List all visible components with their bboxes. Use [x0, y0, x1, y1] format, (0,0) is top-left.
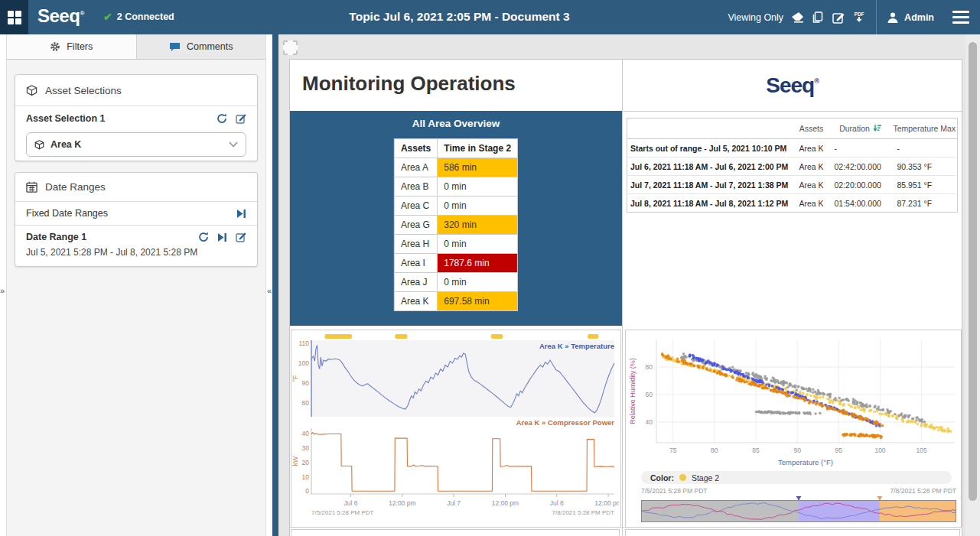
condition-asset-cell: Area K — [794, 176, 829, 194]
condition-asset-cell: Area K — [794, 158, 829, 176]
comment-icon — [169, 42, 181, 52]
document-title: Topic Jul 6, 2021 2:05 PM - Document 3 — [184, 10, 735, 24]
svg-text:90: 90 — [302, 379, 310, 387]
svg-text:90: 90 — [793, 447, 801, 454]
condition-range-cell: Starts out of range - Jul 5, 2021 10:10 … — [627, 139, 794, 158]
expand-right-icon[interactable]: » — [0, 287, 5, 295]
condition-range-cell: Jul 8, 2021 11:18 AM - Jul 8, 2021 1:12 … — [627, 194, 794, 213]
condition-asset-cell: Area K — [794, 139, 829, 158]
cube-icon — [34, 140, 44, 150]
date-range-name: Date Range 1 — [26, 232, 86, 242]
condition-duration-cell: - — [829, 139, 892, 158]
annotate-eraser-icon[interactable] — [790, 11, 804, 24]
svg-text:12:00 pm: 12:00 pm — [594, 499, 619, 507]
overview-value-cell: 1787.6 min — [438, 254, 518, 273]
svg-text:0: 0 — [305, 487, 309, 495]
edit-icon[interactable] — [236, 232, 246, 242]
condition-range-cell: Jul 7, 2021 11:18 AM - Jul 7, 2021 1:38 … — [627, 176, 794, 194]
svg-text:Jul 6: Jul 6 — [343, 499, 357, 507]
timebar-marker — [877, 496, 882, 500]
condition-duration-cell: 02:42:00.000 — [829, 158, 892, 176]
svg-text:40: 40 — [646, 418, 653, 426]
sort-desc-icon — [873, 124, 881, 132]
condition-header-row: AssetsDurationTemperature Max — [627, 119, 958, 139]
condition-temp-cell: 90.353 °F — [892, 158, 958, 176]
trend-chart[interactable]: 8090100110°FArea K » Temperature01020304… — [291, 330, 621, 528]
date-ranges-header: Date Ranges — [15, 173, 257, 202]
legend-label: Color: — [650, 473, 674, 482]
asset-selection-dropdown[interactable]: Area K — [26, 132, 246, 157]
svg-text:12:00 pm: 12:00 pm — [389, 499, 415, 507]
condition-col-header[interactable]: Duration — [829, 119, 892, 139]
step-to-end-icon[interactable] — [217, 232, 227, 242]
condition-range-cell: Jul 6, 2021 11:18 AM - Jul 6, 2021 2:00 … — [627, 158, 794, 176]
svg-text:95: 95 — [835, 447, 843, 454]
overview-row: Area H0 min — [394, 235, 517, 254]
svg-text:40: 40 — [302, 430, 310, 437]
tab-comments-label: Comments — [187, 41, 233, 52]
pdf-export-icon[interactable]: PDF — [852, 11, 866, 24]
tab-filters[interactable]: Filters — [7, 34, 136, 59]
overview-asset-cell: Area J — [394, 273, 437, 292]
scatter-chart[interactable]: 4060807580859095100105Relative Humidity … — [625, 330, 962, 528]
edit-document-icon[interactable] — [832, 11, 845, 24]
next-row-cell — [625, 529, 960, 536]
asset-selection-value: Area K — [50, 139, 223, 150]
condition-row: Jul 6, 2021 11:18 AM - Jul 6, 2021 2:00 … — [627, 158, 958, 176]
seeq-logo[interactable]: Seeq® — [37, 5, 84, 27]
user-menu[interactable]: Admin — [887, 11, 934, 24]
svg-text:85: 85 — [752, 447, 760, 454]
overview-table: AssetsTime in Stage 2Area A586 minArea B… — [394, 138, 518, 311]
asset-selection-name: Asset Selection 1 — [26, 113, 106, 124]
overview-asset-cell: Area I — [394, 254, 437, 273]
svg-text:30: 30 — [302, 444, 310, 452]
refresh-icon[interactable] — [217, 113, 227, 124]
svg-text:80: 80 — [711, 447, 718, 454]
svg-text:110: 110 — [298, 339, 309, 347]
condition-row: Jul 8, 2021 11:18 AM - Jul 8, 2021 1:12 … — [627, 194, 958, 213]
svg-text:80: 80 — [302, 399, 310, 407]
scatter-color-legend: Color: Stage 2 — [641, 471, 952, 484]
step-to-end-icon[interactable] — [236, 209, 246, 219]
series-line — [311, 433, 614, 492]
fixed-date-ranges-label: Fixed Date Ranges — [26, 208, 108, 219]
app-grid-icon — [8, 11, 21, 24]
condition-row: Jul 7, 2021 11:18 AM - Jul 7, 2021 1:38 … — [627, 176, 958, 194]
seeq-document-logo: Seeq® — [623, 60, 962, 111]
document-area: Monitoring Operations Seeq® All Area Ove… — [278, 34, 965, 536]
overview-row: Area K697.58 min — [394, 292, 517, 311]
condition-col-header: Temperature Max — [892, 119, 958, 139]
timebar-strip[interactable] — [641, 496, 956, 524]
tab-filters-label: Filters — [67, 41, 93, 52]
tab-comments[interactable]: Comments — [136, 34, 266, 59]
copy-pages-icon[interactable] — [811, 11, 825, 24]
edit-icon[interactable] — [236, 113, 246, 124]
condition-col-header — [627, 119, 794, 139]
worksheets-collapse-gutter[interactable]: » — [0, 34, 7, 536]
overview-asset-cell: Area C — [394, 197, 437, 216]
overview-row: Area A586 min — [394, 158, 517, 177]
svg-text:105: 105 — [917, 447, 927, 454]
overview-asset-cell: Area K — [394, 292, 437, 311]
hamburger-menu-icon[interactable] — [952, 11, 969, 27]
overview-row: Area B0 min — [394, 177, 517, 197]
topic-page: Monitoring Operations Seeq® All Area Ove… — [289, 59, 962, 536]
lane-legend: Area K » Temperature — [539, 342, 614, 350]
connection-status[interactable]: ✔ 2 Connected — [103, 11, 174, 23]
connected-label: 2 Connected — [117, 11, 174, 22]
condition-duration-cell: 01:54:00.000 — [829, 194, 892, 213]
page-anchor-icon[interactable] — [283, 41, 298, 55]
viewing-only-label: Viewing Only — [728, 12, 783, 23]
refresh-icon[interactable] — [198, 232, 209, 242]
overview-header-row: AssetsTime in Stage 2 — [394, 139, 517, 158]
cube-icon — [26, 85, 37, 96]
asset-selections-title: Asset Selections — [45, 85, 122, 96]
trend-start-timestamp: 7/5/2021 5:28 PM PDT — [311, 509, 373, 516]
svg-text:20: 20 — [302, 459, 310, 466]
overview-col-header: Time in Stage 2 — [438, 139, 518, 158]
app-switcher-button[interactable] — [0, 0, 28, 34]
topbar-divider — [876, 0, 877, 34]
collapse-left-icon[interactable]: « — [267, 287, 272, 295]
asset-selection-row: Asset Selection 1 — [15, 106, 257, 127]
scrollbar-thumb[interactable] — [969, 42, 977, 501]
